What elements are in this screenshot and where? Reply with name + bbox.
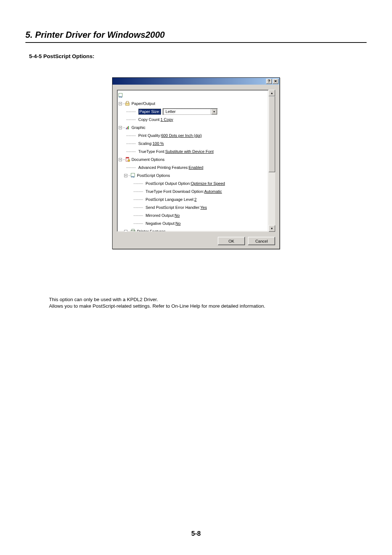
paper-output-icon	[125, 101, 131, 106]
adv-printing-value[interactable]: Enabled	[189, 165, 203, 170]
vertical-scrollbar[interactable]: ▲ ▼	[269, 90, 275, 232]
note-line-1: This option can only be used with a KPDL…	[49, 296, 367, 303]
svg-text:PS: PS	[119, 96, 122, 98]
note-text: This option can only be used with a KPDL…	[49, 296, 367, 309]
close-button[interactable]: ✕	[273, 79, 278, 84]
print-quality-label: Print Quality:	[138, 133, 161, 138]
page-heading: 5. Printer Driver for Windows2000	[25, 30, 367, 43]
graphic-icon	[125, 125, 131, 130]
ps-error-handler-value[interactable]: Yes	[200, 205, 207, 210]
paper-size-value: Letter	[164, 109, 211, 115]
scaling-label: Scaling:	[138, 141, 152, 146]
truetype-font-value[interactable]: Substitute with Device Font	[165, 149, 213, 154]
negative-output-label: Negative Output:	[146, 221, 176, 226]
page-number: 5-8	[0, 530, 392, 538]
advanced-options-tree[interactable]: PS − ··· Paper/Output	[117, 90, 269, 232]
svg-point-14	[134, 231, 135, 232]
ps-error-handler-label: Send PostScript Error Handler:	[146, 205, 200, 210]
graphic-label: Graphic	[131, 125, 146, 130]
document-options-label: Document Options	[131, 157, 164, 162]
scroll-thumb[interactable]	[269, 96, 275, 172]
svg-point-9	[128, 159, 130, 162]
ps-lang-level-value[interactable]: 2	[195, 197, 197, 202]
titlebar: ? ✕	[113, 78, 279, 85]
copy-count-label: Copy Count:	[138, 117, 160, 122]
expander-icon[interactable]: −	[119, 126, 122, 129]
paper-size-label[interactable]: Paper Size:	[138, 109, 161, 115]
printer-features-label: Printer Features	[137, 229, 166, 232]
mirrored-output-label: Mirrored Output:	[146, 213, 175, 218]
svg-rect-5	[127, 127, 128, 129]
ps-output-option-value[interactable]: Optimize for Speed	[191, 181, 225, 186]
postscript-options-label: PostScript Options	[137, 173, 170, 178]
svg-rect-4	[126, 128, 127, 129]
scroll-up-icon[interactable]: ▲	[269, 90, 275, 96]
help-button[interactable]: ?	[266, 79, 272, 84]
expander-icon[interactable]: −	[124, 174, 127, 177]
ps-output-option-label: PostScript Output Option:	[146, 181, 191, 186]
svg-rect-3	[126, 101, 128, 103]
document-options-icon	[125, 157, 131, 162]
ps-lang-level-label: PostScript Language Level:	[146, 197, 195, 202]
tt-download-label: TrueType Font Download Option:	[146, 189, 204, 194]
printer-ps-icon: PS	[118, 93, 124, 98]
svg-rect-6	[128, 126, 129, 129]
postscript-icon: PS	[130, 173, 136, 178]
paper-size-dropdown[interactable]: Letter ▼	[163, 108, 218, 115]
note-line-2: Allows you to make PostScript-related se…	[49, 303, 367, 309]
scaling-value[interactable]: 100 %	[152, 141, 164, 146]
svg-rect-8	[126, 157, 129, 158]
section-subheading: 5-4-5 PostScript Options:	[29, 53, 367, 59]
expander-icon[interactable]: −	[119, 102, 122, 105]
mirrored-output-value[interactable]: No	[175, 213, 180, 218]
dialog-screenshot: ? ✕ PS	[112, 77, 280, 249]
truetype-font-label: TrueType Font:	[138, 149, 165, 154]
expander-icon[interactable]: −	[124, 230, 127, 232]
copy-count-value[interactable]: 1 Copy	[160, 117, 173, 122]
printer-features-icon	[130, 228, 136, 232]
ok-button[interactable]: OK	[218, 237, 245, 245]
chevron-down-icon[interactable]: ▼	[211, 109, 217, 114]
scroll-down-icon[interactable]: ▼	[269, 225, 275, 232]
cancel-button[interactable]: Cancel	[248, 237, 275, 245]
svg-text:PS: PS	[131, 176, 134, 178]
print-quality-value[interactable]: 600 Dots per Inch (dpi)	[161, 133, 202, 138]
adv-printing-label: Advanced Printing Features:	[138, 165, 189, 170]
svg-rect-13	[132, 229, 134, 231]
tt-download-value[interactable]: Automatic	[204, 189, 222, 194]
negative-output-value[interactable]: No	[176, 221, 181, 226]
expander-icon[interactable]: −	[119, 158, 122, 161]
paper-output-label: Paper/Output	[131, 101, 155, 106]
